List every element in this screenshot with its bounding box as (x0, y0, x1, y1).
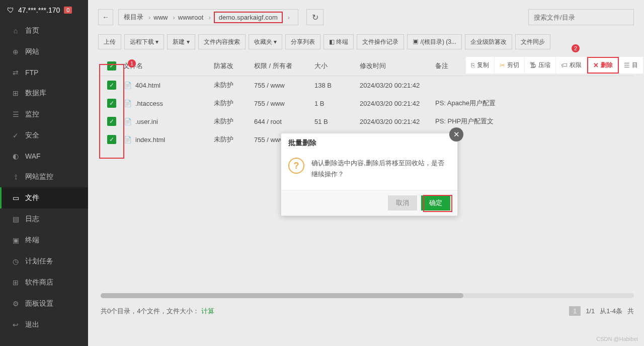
action-复制[interactable]: ⎘复制 (466, 57, 495, 74)
delete-button[interactable]: ✕删除 (587, 57, 619, 74)
action-权限[interactable]: 🏷权限 (556, 57, 587, 74)
confirm-modal: ✕ 批量删除 ? 确认删除选中内容,删除后将移至回收站，是否继续操作？ 取消 确… (281, 133, 458, 216)
server-info: 🛡 47.***.***.170 0 (0, 0, 88, 20)
nav-icon: ☰ (11, 110, 20, 118)
nav-item-首页[interactable]: ⌂首页 (0, 20, 88, 41)
nav-item-文件[interactable]: ▭文件 (0, 187, 88, 209)
nav-item-日志[interactable]: ▤日志 (0, 209, 88, 230)
nav-label: WAF (25, 152, 41, 160)
nav-label: 面板设置 (25, 299, 53, 308)
sidebar: 🛡 47.***.***.170 0 ⌂首页⊕网站⇄FTP⊞数据库☰监控✓安全◐… (0, 0, 88, 346)
action-label: 删除 (601, 61, 613, 70)
nav-item-面板设置[interactable]: ⚙面板设置 (0, 293, 88, 314)
nav-item-退出[interactable]: ↩退出 (0, 314, 88, 335)
action-剪切[interactable]: ✂剪切 (495, 57, 525, 74)
modal-title: 批量删除 (281, 133, 457, 153)
nav-item-FTP[interactable]: ⇄FTP (0, 62, 88, 83)
action-label: 剪切 (507, 61, 519, 70)
nav-label: 监控 (25, 110, 39, 119)
action-label: 权限 (570, 61, 582, 70)
action-bar: ⎘复制✂剪切🗜压缩🏷权限✕删除☰目 (465, 56, 644, 74)
nav-item-终端[interactable]: ▣终端 (0, 230, 88, 251)
nav-icon: ⊞ (11, 89, 20, 97)
nav-icon: ↩ (11, 321, 20, 329)
nav-label: 文件 (25, 193, 39, 202)
nav-icon: ⊞ (11, 279, 20, 287)
action-目[interactable]: ☰目 (619, 57, 643, 74)
nav-item-安全[interactable]: ✓安全 (0, 125, 88, 146)
nav-item-WAF[interactable]: ◐WAF (0, 146, 88, 166)
action-压缩[interactable]: 🗜压缩 (525, 57, 556, 74)
nav-item-数据库[interactable]: ⊞数据库 (0, 83, 88, 104)
close-icon[interactable]: ✕ (449, 127, 463, 142)
nav-icon: ✓ (11, 131, 20, 140)
cancel-button[interactable]: 取消 (388, 195, 417, 211)
server-ip: 47.***.***.170 (18, 6, 60, 14)
nav-label: 网站监控 (25, 172, 53, 181)
nav-label: 数据库 (25, 89, 46, 98)
nav-item-网站[interactable]: ⊕网站 (0, 41, 88, 62)
nav-icon: ◷ (11, 257, 20, 265)
nav-label: 网站 (25, 47, 39, 56)
nav-item-软件商店[interactable]: ⊞软件商店 (0, 272, 88, 293)
nav-label: 首页 (25, 26, 39, 35)
nav-icon: ▭ (11, 194, 20, 202)
nav-item-监控[interactable]: ☰监控 (0, 104, 88, 125)
nav-icon: ▤ (11, 215, 20, 223)
nav-label: 软件商店 (25, 278, 53, 287)
action-icon: 🏷 (561, 61, 568, 69)
badge-1: 1 (128, 59, 136, 67)
server-badge: 0 (64, 7, 72, 14)
action-icon: 🗜 (530, 61, 536, 69)
nav-icon: ⟟ (11, 173, 20, 181)
nav-label: FTP (25, 68, 38, 77)
nav-icon: ⌂ (11, 27, 20, 35)
nav-icon: ▣ (11, 236, 20, 244)
nav-item-网站监控[interactable]: ⟟网站监控 (0, 166, 88, 187)
nav-icon: ⚙ (11, 300, 20, 308)
action-icon: ⎘ (471, 61, 475, 69)
nav-item-计划任务[interactable]: ◷计划任务 (0, 251, 88, 272)
action-icon: ✂ (500, 61, 505, 69)
nav-icon: ⇄ (11, 68, 20, 77)
nav-label: 退出 (25, 320, 39, 329)
nav-label: 安全 (25, 131, 39, 140)
action-label: 目 (632, 61, 638, 70)
nav-label: 终端 (25, 236, 39, 245)
nav-icon: ⊕ (11, 48, 20, 56)
shield-icon: 🛡 (7, 6, 14, 14)
action-label: 压缩 (538, 61, 550, 70)
modal-body-text: 确认删除选中内容,删除后将移至回收站，是否继续操作？ (311, 158, 450, 180)
action-label: 复制 (477, 61, 489, 70)
warning-icon: ? (288, 158, 304, 174)
nav-label: 计划任务 (25, 257, 53, 266)
highlight-ok (423, 195, 452, 212)
highlight-checkboxes (99, 64, 124, 159)
action-icon: ✕ (593, 61, 599, 69)
nav-label: 日志 (25, 215, 39, 224)
nav-icon: ◐ (11, 152, 20, 160)
badge-2: 2 (572, 44, 580, 52)
action-icon: ☰ (624, 61, 630, 69)
